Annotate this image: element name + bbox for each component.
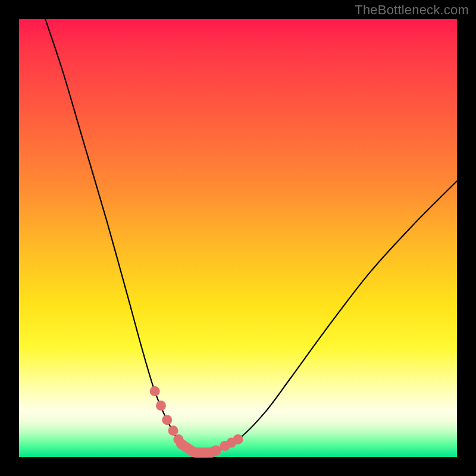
bottleneck-chart-svg xyxy=(19,19,457,457)
approach-marker xyxy=(233,434,243,444)
approach-marker xyxy=(150,386,160,396)
chart-plot-area xyxy=(19,19,457,457)
watermark-text: TheBottleneck.com xyxy=(355,2,469,18)
approach-marker xyxy=(156,400,166,411)
approach-marker xyxy=(162,415,172,425)
approach-marker xyxy=(168,425,178,436)
bottleneck-curve xyxy=(45,19,457,454)
approach-marker xyxy=(177,439,187,449)
approach-markers-group xyxy=(150,386,243,451)
